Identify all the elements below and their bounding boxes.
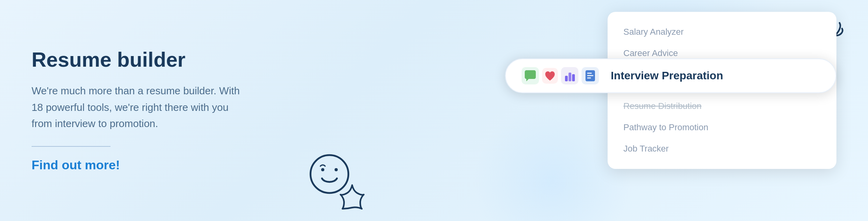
- star-container: [337, 182, 367, 213]
- menu-item-salary-analyzer[interactable]: Salary Analyzer: [608, 21, 836, 43]
- chat-bubble-icon: [522, 67, 539, 84]
- page-title: Resume builder: [32, 49, 245, 71]
- description-text: We're much more than a resume builder. W…: [32, 83, 245, 132]
- bar-chart-icon: [561, 67, 578, 84]
- star-icon: [337, 182, 367, 212]
- page-container: Resume builder We're much more than a re…: [0, 0, 868, 221]
- svg-point-12: [321, 168, 324, 171]
- svg-rect-9: [587, 75, 593, 76]
- selected-item-label: Interview Preparation: [611, 69, 723, 82]
- svg-rect-10: [587, 77, 591, 79]
- heart-icon: [542, 68, 558, 84]
- right-content: Salary Analyzer Career Advice Resume Dis…: [276, 0, 868, 221]
- svg-rect-3: [565, 76, 568, 81]
- find-out-more-link[interactable]: Find out more!: [32, 158, 120, 172]
- svg-point-13: [335, 168, 338, 171]
- divider: [32, 146, 110, 147]
- svg-rect-8: [587, 73, 592, 74]
- left-content: Resume builder We're much more than a re…: [0, 25, 276, 196]
- menu-item-pathway[interactable]: Pathway to Promotion: [608, 117, 836, 138]
- menu-item-job-tracker[interactable]: Job Tracker: [608, 138, 836, 159]
- svg-rect-4: [569, 73, 571, 81]
- document-icon: [582, 67, 599, 84]
- svg-rect-5: [572, 74, 575, 81]
- menu-item-resume-distribution[interactable]: Resume Distribution: [608, 96, 836, 117]
- icons-group: [522, 67, 599, 84]
- selected-item-row[interactable]: Interview Preparation: [505, 58, 836, 93]
